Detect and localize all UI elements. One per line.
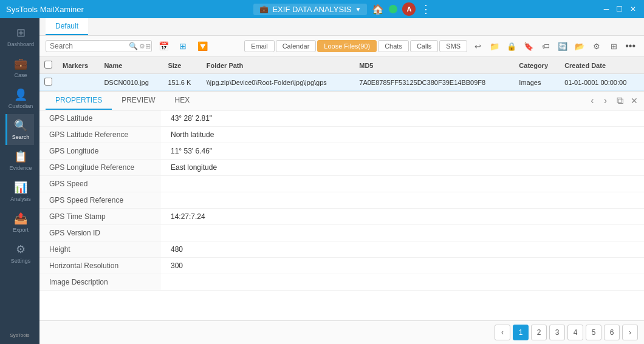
case-icon: 💼 <box>14 57 27 70</box>
bookmark-icon[interactable]: 🔖 <box>521 38 536 54</box>
page-btn-3[interactable]: 3 <box>549 325 565 340</box>
results-table: Markers Name Size Folder Path MD5 Catego… <box>39 57 644 91</box>
next-page-button[interactable]: › <box>622 325 638 340</box>
detail-tab-group: PROPERTIESPREVIEWHEX <box>46 92 199 110</box>
detail-tab-preview[interactable]: PREVIEW <box>112 92 165 110</box>
undo-icon[interactable]: ↩ <box>470 38 485 54</box>
home-icon[interactable]: 🏠 <box>372 4 384 15</box>
funnel-icon-btn[interactable]: 🔽 <box>194 38 210 54</box>
sidebar-label-export: Export <box>13 227 29 233</box>
refresh-icon[interactable]: 🔄 <box>555 38 570 54</box>
property-key: Image Description <box>39 274 161 291</box>
select-all-header[interactable] <box>39 57 58 74</box>
more-actions-button[interactable]: ••• <box>623 39 638 53</box>
property-key: GPS Longitude <box>39 143 161 160</box>
property-key: Height <box>39 241 161 258</box>
property-key: GPS Time Stamp <box>39 209 161 225</box>
property-row: GPS Time Stamp14:27:7.24 <box>39 209 644 225</box>
search-input[interactable] <box>50 42 129 50</box>
exif-label: EXIF DATA ANALYSIS <box>272 5 351 14</box>
filter-tab-calls[interactable]: Calls <box>410 40 438 52</box>
sidebar-item-case[interactable]: 💼Case <box>5 52 34 83</box>
filter-tab-loose_files[interactable]: Loose Files(90) <box>317 40 377 52</box>
sidebar-item-analysis[interactable]: 📊Analysis <box>5 176 34 207</box>
select-all-checkbox[interactable] <box>44 61 52 69</box>
calendar-icon-btn[interactable]: 📅 <box>156 38 171 54</box>
filter-icon-btn[interactable]: ⊞ <box>175 38 191 54</box>
sidebar-item-search[interactable]: 🔍Search <box>5 114 34 145</box>
page-btn-2[interactable]: 2 <box>531 325 547 340</box>
col-markers: Markers <box>58 57 99 74</box>
sidebar-label-dashboard: Dashboard <box>7 41 34 47</box>
property-value: East longitude <box>161 160 644 176</box>
property-value: 43° 28' 2.81" <box>161 110 644 127</box>
row-category: Images <box>514 74 560 91</box>
search-icon: 🔍 <box>14 119 27 132</box>
lock-icon[interactable]: 🔒 <box>504 38 519 54</box>
expand-search-icon[interactable]: ⊞ <box>145 42 151 50</box>
dashboard-icon: ⊞ <box>16 26 26 39</box>
row-checkbox-cell[interactable] <box>39 74 58 91</box>
status-indicator <box>389 5 397 13</box>
settings-search-icon[interactable]: ⚙ <box>139 42 145 50</box>
properties-table: GPS Latitude43° 28' 2.81"GPS Latitude Re… <box>39 110 644 291</box>
filter-tab-calendar[interactable]: Calendar <box>276 40 317 52</box>
close-button[interactable]: ✕ <box>628 4 638 14</box>
page-btn-4[interactable]: 4 <box>567 325 583 340</box>
user-avatar[interactable]: A <box>402 2 416 16</box>
table-row[interactable]: DSCN0010.jpg 151.6 K \\jpg.zip\Device0\R… <box>39 74 644 91</box>
export-icon: 📤 <box>14 212 27 225</box>
tab-default[interactable]: Default <box>46 18 88 35</box>
property-row: GPS Longitude11° 53' 6.46" <box>39 143 644 160</box>
more-options-icon[interactable]: ⋮ <box>420 2 431 16</box>
content-area: Default 🔍 ⚙ ⊞ 📅 ⊞ 🔽 EmailCalendarLoose F… <box>39 18 644 344</box>
popout-icon[interactable]: ⧉ <box>614 94 626 107</box>
next-record-icon[interactable]: › <box>601 94 609 107</box>
row-name: DSCN0010.jpg <box>99 74 163 91</box>
sidebar-label-settings: Settings <box>11 258 31 264</box>
sidebar-label-search: Search <box>12 134 30 140</box>
settings-icon: ⚙ <box>16 243 26 256</box>
col-folder-path: Folder Path <box>202 57 355 74</box>
folder-icon[interactable]: 📁 <box>487 38 502 54</box>
sidebar-item-settings[interactable]: ⚙Settings <box>5 238 34 269</box>
filter-tab-email[interactable]: Email <box>244 40 275 52</box>
tag-icon[interactable]: 🏷 <box>538 38 553 54</box>
dropdown-arrow-icon[interactable]: ▼ <box>355 6 361 13</box>
close-detail-icon[interactable]: ✕ <box>631 96 638 106</box>
search-icon: 🔍 <box>129 42 138 50</box>
sidebar-item-dashboard[interactable]: ⊞Dashboard <box>5 21 34 52</box>
page-btn-5[interactable]: 5 <box>586 325 601 340</box>
filter-tab-chats[interactable]: Chats <box>378 40 409 52</box>
titlebar-center: 💼 EXIF DATA ANALYSIS ▼ 🏠 A ⋮ <box>253 2 431 16</box>
results-table-container: Markers Name Size Folder Path MD5 Catego… <box>39 57 644 92</box>
detail-tab-hex[interactable]: HEX <box>165 92 199 110</box>
page-btn-1[interactable]: 1 <box>513 325 529 340</box>
briefcase-icon: 💼 <box>259 5 269 13</box>
titlebar: SysTools MailXaminer 💼 EXIF DATA ANALYSI… <box>0 0 644 18</box>
sidebar-item-custodian[interactable]: 👤Custodian <box>5 83 34 114</box>
filter-tab-sms[interactable]: SMS <box>439 40 467 52</box>
gear-icon[interactable]: ⚙ <box>589 38 605 54</box>
detail-tab-properties[interactable]: PROPERTIES <box>46 92 112 110</box>
exif-badge: 💼 EXIF DATA ANALYSIS ▼ <box>253 4 367 15</box>
toolbar-left: 🔍 ⚙ ⊞ 📅 ⊞ 🔽 <box>46 38 210 54</box>
prev-record-icon[interactable]: ‹ <box>588 94 596 107</box>
sidebar-item-export[interactable]: 📤Export <box>5 207 34 238</box>
property-value <box>161 192 644 209</box>
property-row: GPS Speed <box>39 176 644 192</box>
prev-page-button[interactable]: ‹ <box>495 325 510 340</box>
search-box[interactable]: 🔍 ⚙ ⊞ <box>46 40 152 52</box>
folder2-icon[interactable]: 📂 <box>572 38 587 54</box>
sidebar-item-evidence[interactable]: 📋Evidence <box>5 145 34 176</box>
window-controls: ─ ☐ ✕ <box>601 4 638 14</box>
maximize-button[interactable]: ☐ <box>615 4 625 14</box>
row-checkbox[interactable] <box>44 78 52 86</box>
page-btn-6[interactable]: 6 <box>604 325 620 340</box>
property-value: 11° 53' 6.46" <box>161 143 644 160</box>
property-value: 300 <box>161 258 644 274</box>
minimize-button[interactable]: ─ <box>601 4 611 14</box>
property-value <box>161 274 644 291</box>
grid-icon[interactable]: ⊞ <box>606 38 622 54</box>
row-md5: 7A0E8785FF53125DC380F39E14BB09F8 <box>354 74 514 91</box>
